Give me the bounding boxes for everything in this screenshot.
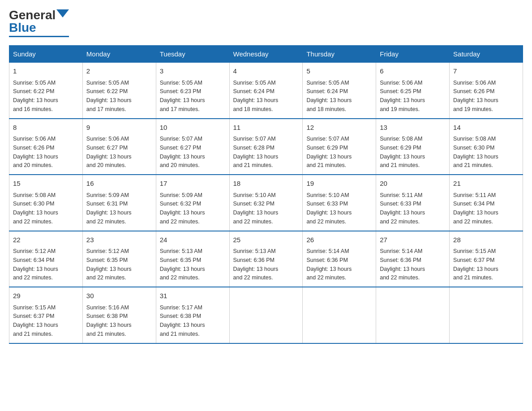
calendar-cell: 7Sunrise: 5:06 AMSunset: 6:26 PMDaylight… [450, 63, 523, 119]
calendar-cell: 28Sunrise: 5:15 AMSunset: 6:37 PMDayligh… [450, 231, 523, 287]
day-number: 24 [160, 235, 226, 245]
calendar-week-row: 22Sunrise: 5:12 AMSunset: 6:34 PMDayligh… [9, 231, 523, 287]
calendar-cell: 19Sunrise: 5:10 AMSunset: 6:33 PMDayligh… [303, 175, 376, 231]
day-number: 13 [380, 123, 446, 133]
day-number: 25 [233, 235, 299, 245]
calendar-week-row: 8Sunrise: 5:06 AMSunset: 6:26 PMDaylight… [9, 119, 523, 175]
calendar-cell [229, 287, 303, 343]
calendar-cell: 16Sunrise: 5:09 AMSunset: 6:31 PMDayligh… [82, 175, 156, 231]
calendar-cell: 29Sunrise: 5:15 AMSunset: 6:37 PMDayligh… [9, 287, 83, 343]
day-info: Sunrise: 5:06 AMSunset: 6:25 PMDaylight:… [380, 80, 425, 112]
day-info: Sunrise: 5:14 AMSunset: 6:36 PMDaylight:… [306, 248, 352, 281]
logo-general-text: General [9, 9, 56, 21]
day-number: 17 [160, 179, 226, 189]
calendar-cell: 13Sunrise: 5:08 AMSunset: 6:29 PMDayligh… [376, 119, 450, 175]
weekday-header-friday: Friday [376, 46, 450, 63]
calendar-cell: 27Sunrise: 5:14 AMSunset: 6:36 PMDayligh… [376, 231, 450, 287]
calendar-cell: 4Sunrise: 5:05 AMSunset: 6:24 PMDaylight… [229, 63, 303, 119]
calendar-cell: 18Sunrise: 5:10 AMSunset: 6:32 PMDayligh… [229, 175, 303, 231]
day-info: Sunrise: 5:06 AMSunset: 6:27 PMDaylight:… [86, 136, 132, 168]
day-number: 12 [306, 123, 372, 133]
calendar-cell: 1Sunrise: 5:05 AMSunset: 6:22 PMDaylight… [9, 63, 83, 119]
calendar-cell: 5Sunrise: 5:05 AMSunset: 6:24 PMDaylight… [303, 63, 376, 119]
day-info: Sunrise: 5:07 AMSunset: 6:28 PMDaylight:… [233, 136, 279, 168]
day-info: Sunrise: 5:11 AMSunset: 6:34 PMDaylight:… [453, 192, 498, 225]
calendar-cell: 3Sunrise: 5:05 AMSunset: 6:23 PMDaylight… [156, 63, 229, 119]
day-info: Sunrise: 5:16 AMSunset: 6:38 PMDaylight:… [86, 304, 132, 337]
weekday-header-thursday: Thursday [303, 46, 376, 63]
calendar-cell: 20Sunrise: 5:11 AMSunset: 6:33 PMDayligh… [376, 175, 450, 231]
day-info: Sunrise: 5:09 AMSunset: 6:32 PMDaylight:… [160, 192, 205, 225]
calendar-cell: 23Sunrise: 5:12 AMSunset: 6:35 PMDayligh… [82, 231, 156, 287]
day-number: 14 [453, 123, 519, 133]
day-info: Sunrise: 5:05 AMSunset: 6:23 PMDaylight:… [160, 80, 205, 112]
calendar-cell: 11Sunrise: 5:07 AMSunset: 6:28 PMDayligh… [229, 119, 303, 175]
day-info: Sunrise: 5:05 AMSunset: 6:22 PMDaylight:… [86, 80, 132, 112]
day-info: Sunrise: 5:09 AMSunset: 6:31 PMDaylight:… [86, 192, 132, 225]
calendar-cell [450, 287, 523, 343]
day-info: Sunrise: 5:13 AMSunset: 6:36 PMDaylight:… [233, 248, 279, 281]
day-number: 9 [86, 123, 152, 133]
day-number: 28 [453, 235, 519, 245]
day-number: 29 [13, 291, 79, 301]
logo-underline [9, 36, 69, 37]
calendar-cell: 2Sunrise: 5:05 AMSunset: 6:22 PMDaylight… [82, 63, 156, 119]
day-info: Sunrise: 5:08 AMSunset: 6:30 PMDaylight:… [13, 192, 58, 225]
logo: General Blue [9, 9, 69, 37]
calendar-cell: 12Sunrise: 5:07 AMSunset: 6:29 PMDayligh… [303, 119, 376, 175]
day-number: 30 [86, 291, 152, 301]
logo-triangle-icon [56, 9, 69, 17]
calendar-cell: 10Sunrise: 5:07 AMSunset: 6:27 PMDayligh… [156, 119, 229, 175]
calendar-cell: 26Sunrise: 5:14 AMSunset: 6:36 PMDayligh… [303, 231, 376, 287]
day-number: 22 [13, 235, 79, 245]
calendar-cell: 22Sunrise: 5:12 AMSunset: 6:34 PMDayligh… [9, 231, 83, 287]
day-number: 16 [86, 179, 152, 189]
calendar-cell: 21Sunrise: 5:11 AMSunset: 6:34 PMDayligh… [450, 175, 523, 231]
calendar-cell: 31Sunrise: 5:17 AMSunset: 6:38 PMDayligh… [156, 287, 229, 343]
calendar-cell [303, 287, 376, 343]
day-info: Sunrise: 5:17 AMSunset: 6:38 PMDaylight:… [160, 304, 205, 337]
calendar-week-row: 15Sunrise: 5:08 AMSunset: 6:30 PMDayligh… [9, 175, 523, 231]
day-number: 6 [380, 66, 446, 77]
day-info: Sunrise: 5:08 AMSunset: 6:30 PMDaylight:… [453, 136, 498, 168]
day-info: Sunrise: 5:12 AMSunset: 6:35 PMDaylight:… [86, 248, 132, 281]
day-number: 19 [306, 179, 372, 189]
day-info: Sunrise: 5:13 AMSunset: 6:35 PMDaylight:… [160, 248, 205, 281]
weekday-header-monday: Monday [82, 46, 156, 63]
calendar-cell: 24Sunrise: 5:13 AMSunset: 6:35 PMDayligh… [156, 231, 229, 287]
day-info: Sunrise: 5:05 AMSunset: 6:24 PMDaylight:… [233, 80, 279, 112]
day-info: Sunrise: 5:15 AMSunset: 6:37 PMDaylight:… [13, 304, 58, 337]
day-number: 11 [233, 123, 299, 133]
day-number: 10 [160, 123, 226, 133]
day-info: Sunrise: 5:06 AMSunset: 6:26 PMDaylight:… [13, 136, 58, 168]
calendar-cell: 17Sunrise: 5:09 AMSunset: 6:32 PMDayligh… [156, 175, 229, 231]
calendar-cell [376, 287, 450, 343]
page-header: General Blue [9, 9, 523, 37]
day-number: 31 [160, 291, 226, 301]
day-info: Sunrise: 5:10 AMSunset: 6:32 PMDaylight:… [233, 192, 279, 225]
calendar-cell: 25Sunrise: 5:13 AMSunset: 6:36 PMDayligh… [229, 231, 303, 287]
weekday-header-row: SundayMondayTuesdayWednesdayThursdayFrid… [9, 46, 523, 63]
logo-blue-text: Blue [9, 21, 36, 34]
day-info: Sunrise: 5:05 AMSunset: 6:22 PMDaylight:… [13, 80, 58, 112]
day-number: 26 [306, 235, 372, 245]
day-number: 7 [453, 66, 519, 77]
day-info: Sunrise: 5:12 AMSunset: 6:34 PMDaylight:… [13, 248, 58, 281]
day-info: Sunrise: 5:08 AMSunset: 6:29 PMDaylight:… [380, 136, 425, 168]
day-info: Sunrise: 5:06 AMSunset: 6:26 PMDaylight:… [453, 80, 498, 112]
calendar-cell: 30Sunrise: 5:16 AMSunset: 6:38 PMDayligh… [82, 287, 156, 343]
day-number: 18 [233, 179, 299, 189]
day-info: Sunrise: 5:05 AMSunset: 6:24 PMDaylight:… [306, 80, 352, 112]
calendar-week-row: 29Sunrise: 5:15 AMSunset: 6:37 PMDayligh… [9, 287, 523, 343]
day-number: 5 [306, 66, 372, 77]
calendar-cell: 14Sunrise: 5:08 AMSunset: 6:30 PMDayligh… [450, 119, 523, 175]
weekday-header-wednesday: Wednesday [229, 46, 303, 63]
weekday-header-saturday: Saturday [450, 46, 523, 63]
day-info: Sunrise: 5:07 AMSunset: 6:29 PMDaylight:… [306, 136, 352, 168]
calendar-table: SundayMondayTuesdayWednesdayThursdayFrid… [9, 45, 523, 344]
day-number: 2 [86, 66, 152, 77]
calendar-cell: 8Sunrise: 5:06 AMSunset: 6:26 PMDaylight… [9, 119, 83, 175]
calendar-cell: 9Sunrise: 5:06 AMSunset: 6:27 PMDaylight… [82, 119, 156, 175]
day-number: 3 [160, 66, 226, 77]
day-info: Sunrise: 5:07 AMSunset: 6:27 PMDaylight:… [160, 136, 205, 168]
